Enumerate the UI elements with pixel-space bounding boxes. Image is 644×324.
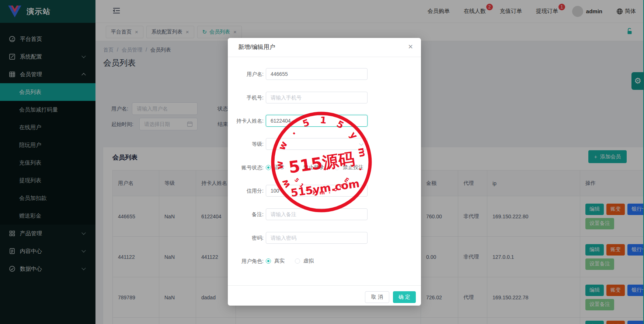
field-label: 手机号:	[228, 92, 264, 103]
field-label: 密码:	[228, 232, 264, 244]
modal-footer: 取 消 确 定	[228, 285, 421, 306]
radio-virtual[interactable]: 虚拟	[295, 258, 314, 264]
radio-icon	[295, 165, 300, 170]
user-role-radio-group: 真实 虚拟	[266, 255, 376, 267]
radio-label: 虚拟	[303, 258, 314, 264]
field-label: 持卡人姓名:	[228, 115, 264, 127]
field-label: 账号状态:	[228, 162, 264, 173]
field-label: 等级:	[228, 138, 264, 150]
phone-input[interactable]	[266, 92, 368, 103]
field-credit: 信用分:	[228, 185, 421, 197]
field-label: 用户角色:	[228, 255, 264, 267]
field-cardholder: 持卡人姓名:	[228, 115, 421, 127]
credit-input[interactable]	[266, 185, 368, 197]
radio-label: 真实	[274, 258, 285, 264]
close-icon[interactable]: ×	[408, 43, 413, 51]
field-password: 密码:	[228, 232, 421, 244]
confirm-button[interactable]: 确 定	[393, 291, 416, 303]
modal-title: 新增/编辑用户	[238, 43, 275, 51]
modal-header: 新增/编辑用户 ×	[228, 38, 421, 57]
radio-real[interactable]: 真实	[266, 258, 285, 264]
radio-forbid-bet[interactable]: 禁止投注	[334, 164, 363, 171]
field-label: 备注:	[228, 208, 264, 220]
field-username: 用户名:	[228, 68, 421, 80]
edit-user-modal: 新增/编辑用户 × 用户名: 手机号: 持卡人姓名: 等级: 账号状态: 正常 …	[228, 38, 421, 306]
radio-label: 正常	[274, 164, 285, 171]
password-input[interactable]	[266, 232, 368, 244]
chevron-down-icon	[359, 141, 363, 145]
level-select[interactable]	[266, 138, 368, 150]
field-label: 用户名:	[228, 68, 264, 80]
radio-forbid-login[interactable]: 禁止登录	[295, 164, 324, 171]
radio-selected-icon	[266, 258, 271, 264]
field-account-status: 账号状态: 正常 禁止登录 禁止投注	[228, 162, 421, 173]
radio-icon	[295, 258, 300, 264]
remark-input[interactable]	[266, 208, 368, 220]
radio-icon	[334, 165, 340, 170]
radio-label: 禁止投注	[343, 164, 363, 171]
field-label: 信用分:	[228, 185, 264, 197]
account-status-radio-group: 正常 禁止登录 禁止投注	[266, 162, 413, 173]
radio-selected-icon	[266, 165, 271, 170]
field-user-role: 用户角色: 真实 虚拟	[228, 255, 421, 267]
radio-label: 禁止登录	[303, 164, 324, 171]
field-remark: 备注:	[228, 208, 421, 220]
radio-normal[interactable]: 正常	[266, 164, 285, 171]
cardholder-input[interactable]	[266, 115, 368, 127]
cancel-button[interactable]: 取 消	[365, 291, 389, 303]
field-phone: 手机号:	[228, 92, 421, 103]
field-level: 等级:	[228, 138, 421, 150]
username-input[interactable]	[266, 68, 368, 80]
